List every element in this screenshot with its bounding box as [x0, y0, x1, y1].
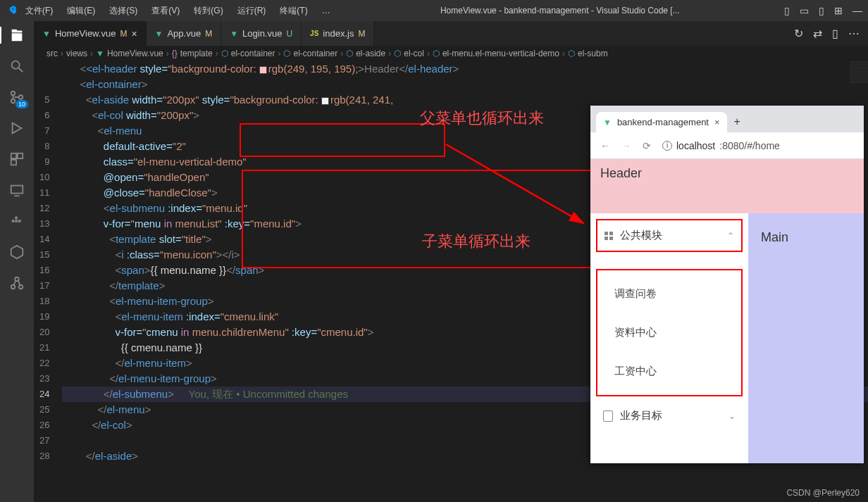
- menu-child-item[interactable]: 资料中心: [597, 313, 741, 352]
- panel-bottom-icon[interactable]: ▭: [800, 5, 809, 16]
- explorer-icon[interactable]: [8, 27, 25, 44]
- vue-icon: ▼: [155, 29, 163, 39]
- minimize-icon[interactable]: —: [852, 5, 862, 16]
- menu-more[interactable]: …: [316, 3, 336, 18]
- menu-file[interactable]: 文件(F): [20, 2, 58, 20]
- line-gutter: 5 6 7 8 9 10 11 12 13 14 15 16 17 18 19 …: [34, 61, 62, 502]
- close-icon[interactable]: ×: [131, 28, 137, 39]
- tab-indexjs[interactable]: JS index.js M: [302, 21, 374, 46]
- svg-rect-6: [18, 153, 23, 158]
- activity-bar: 10: [0, 21, 34, 502]
- page-sidebar: 公共模块 ⌃ 调查问卷 资料中心 工资中心 业务目标 ⌄: [590, 213, 748, 463]
- split-icon[interactable]: ▯: [832, 27, 838, 40]
- close-icon[interactable]: ×: [714, 117, 720, 127]
- run-again-icon[interactable]: ↻: [794, 27, 803, 40]
- svg-point-0: [12, 61, 20, 69]
- tab-label: Login.vue: [242, 28, 282, 39]
- vue-icon: ▼: [42, 29, 51, 39]
- grid-icon: [604, 232, 613, 240]
- svg-point-3: [11, 99, 16, 103]
- svg-rect-11: [15, 220, 18, 222]
- menu-view[interactable]: 查看(V): [146, 2, 185, 20]
- menu-run[interactable]: 运行(R): [232, 2, 272, 20]
- tab-homeview[interactable]: ▼ HomeView.vue M ×: [34, 21, 147, 46]
- browser-address-bar: ← → ⟳ i localhost:8080/#/home: [590, 132, 864, 159]
- svg-rect-10: [12, 220, 15, 222]
- browser-tab-title: bankend-management: [617, 117, 709, 127]
- url-field[interactable]: i localhost:8080/#/home: [662, 140, 780, 151]
- window-title: HomeView.vue - bankend-management - Visu…: [339, 6, 781, 15]
- graph-icon[interactable]: [8, 275, 25, 291]
- search-icon[interactable]: [8, 58, 25, 75]
- layout-controls: ▯ ▭ ▯ ⊞ —: [784, 5, 862, 16]
- menu-edit[interactable]: 编辑(E): [61, 2, 101, 20]
- svg-point-2: [11, 92, 16, 96]
- back-icon[interactable]: ←: [600, 140, 610, 151]
- debug-icon[interactable]: [8, 120, 25, 137]
- minimap[interactable]: [850, 61, 868, 84]
- browser-preview: ▼ bankend-management × + ← → ⟳ i localho…: [590, 106, 864, 463]
- menu-select[interactable]: 选择(S): [104, 2, 143, 20]
- tab-appvue[interactable]: ▼ App.vue M: [147, 21, 222, 46]
- remote-icon[interactable]: [8, 182, 25, 199]
- tab-label: HomeView.vue: [55, 28, 116, 39]
- menu-label: 公共模块: [620, 229, 662, 242]
- more-icon[interactable]: ⋯: [848, 27, 860, 40]
- chevron-down-icon: ⌄: [728, 411, 736, 421]
- svg-rect-7: [11, 160, 16, 165]
- untracked-badge: U: [286, 29, 292, 39]
- vue-favicon: ▼: [603, 118, 612, 127]
- info-icon: i: [662, 141, 672, 151]
- watermark: CSDN @Perley620: [786, 488, 860, 498]
- tab-label: index.js: [323, 28, 354, 39]
- hexagon-icon[interactable]: [8, 244, 25, 261]
- menu-child-item[interactable]: 工资中心: [597, 352, 741, 391]
- svg-line-1: [19, 68, 23, 73]
- svg-rect-5: [11, 153, 16, 158]
- menu-terminal[interactable]: 终端(T): [274, 2, 313, 20]
- browser-tab[interactable]: ▼ bankend-management ×: [596, 112, 727, 132]
- modified-badge: M: [358, 29, 365, 39]
- page-header: Header: [590, 159, 864, 213]
- page-main: Main: [748, 213, 864, 463]
- tab-loginvue[interactable]: ▼ Login.vue U: [221, 21, 302, 46]
- menu-label: 业务目标: [620, 409, 662, 422]
- svg-rect-8: [11, 186, 23, 194]
- new-tab-button[interactable]: +: [727, 111, 748, 132]
- layout-icon[interactable]: ⊞: [834, 5, 843, 16]
- js-icon: JS: [310, 30, 318, 37]
- document-icon: [603, 410, 613, 422]
- menu-go[interactable]: 转到(G): [188, 2, 228, 20]
- docker-icon[interactable]: [8, 213, 25, 230]
- panel-right-icon[interactable]: ▯: [819, 5, 824, 16]
- browser-viewport: Header 公共模块 ⌃ 调查问卷 资料中心 工资中心 业务目标 ⌄: [590, 159, 864, 463]
- breadcrumb[interactable]: src› views› ▼HomeView.vue› {}template› ⬡…: [34, 46, 868, 61]
- menu-parent-public[interactable]: 公共模块 ⌃: [596, 219, 743, 252]
- forward-icon[interactable]: →: [621, 140, 631, 151]
- browser-tabbar: ▼ bankend-management × +: [590, 106, 864, 132]
- title-bar: 文件(F) 编辑(E) 选择(S) 查看(V) 转到(G) 运行(R) 终端(T…: [0, 0, 868, 21]
- menu-parent-business[interactable]: 业务目标 ⌄: [596, 401, 743, 431]
- modified-badge: M: [120, 29, 127, 39]
- tab-label: App.vue: [167, 28, 201, 39]
- scm-icon[interactable]: 10: [8, 89, 25, 106]
- svg-rect-12: [15, 217, 18, 220]
- vscode-icon: [6, 4, 17, 18]
- svg-rect-13: [18, 220, 21, 222]
- reload-icon[interactable]: ⟳: [643, 140, 651, 151]
- compare-icon[interactable]: ⇄: [813, 27, 822, 40]
- annotation-text-parent: 父菜单也循环出来: [420, 108, 544, 129]
- annotation-text-child: 子菜单循环出来: [422, 231, 531, 252]
- scm-badge: 10: [16, 100, 28, 108]
- menu-children-group: 调查问卷 资料中心 工资中心: [596, 269, 743, 396]
- tab-bar: ▼ HomeView.vue M × ▼ App.vue M ▼ Login.v…: [34, 21, 868, 46]
- panel-left-icon[interactable]: ▯: [784, 5, 790, 16]
- svg-point-4: [19, 95, 23, 99]
- menu-child-item[interactable]: 调查问卷: [597, 275, 741, 313]
- modified-badge: M: [205, 29, 212, 39]
- chevron-up-icon: ⌃: [727, 231, 734, 241]
- vue-icon: ▼: [230, 29, 238, 39]
- extensions-icon[interactable]: [8, 151, 25, 168]
